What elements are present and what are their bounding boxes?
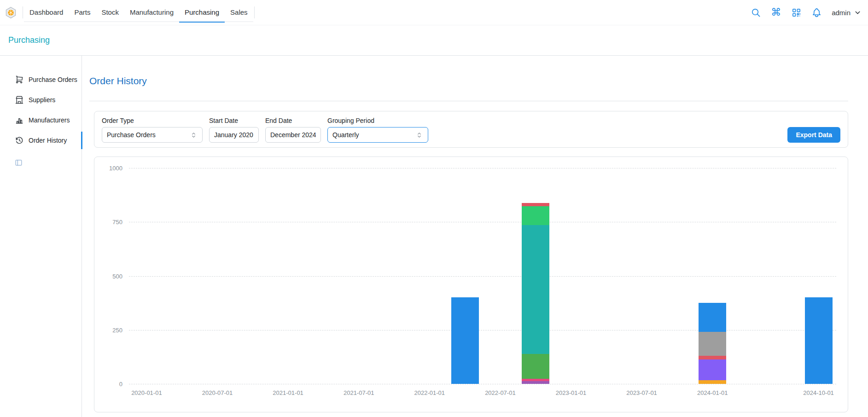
sidebar-item-label: Suppliers	[29, 96, 55, 104]
stacked-bar-2022-10-01[interactable]	[522, 203, 549, 384]
gridline	[129, 222, 836, 222]
sidebar: Purchase OrdersSuppliersManufacturersOrd…	[0, 56, 82, 417]
order-type-value: Purchase Orders	[107, 131, 156, 139]
export-data-button[interactable]: Export Data	[787, 127, 840, 143]
bar-segment	[699, 380, 726, 384]
command-icon[interactable]: ⌘	[768, 5, 784, 20]
bell-icon[interactable]	[809, 5, 824, 20]
y-axis-tick-label: 250	[112, 326, 122, 333]
stacked-bar-2024-10-01[interactable]	[805, 297, 833, 384]
tab-parts[interactable]: Parts	[69, 3, 96, 23]
gridline	[129, 276, 836, 277]
sidebar-item-manufacturers[interactable]: Manufacturers	[0, 110, 82, 130]
sidebar-item-label: Manufacturers	[29, 116, 70, 124]
main-panel: Order History Order Type Purchase Orders…	[82, 56, 868, 417]
main-tabs: DashboardPartsStockManufacturingPurchasi…	[23, 0, 254, 25]
start-date-input[interactable]	[209, 127, 259, 143]
sidebar-item-order-history[interactable]: Order History	[0, 130, 82, 151]
navbar-left: DashboardPartsStockManufacturingPurchasi…	[5, 0, 255, 25]
page-title: Order History	[89, 75, 848, 87]
x-axis-tick-label: 2024-01-01	[697, 389, 728, 396]
content: Purchase OrdersSuppliersManufacturersOrd…	[0, 56, 868, 417]
user-menu[interactable]: admin	[832, 9, 862, 17]
gridline	[129, 330, 836, 330]
navbar-right: ⌘ admin	[748, 5, 862, 20]
bar-segment	[699, 356, 726, 359]
x-axis-tick-label: 2023-07-01	[626, 389, 657, 396]
y-axis-tick-label: 1000	[109, 165, 122, 172]
x-axis-tick-label: 2023-01-01	[556, 389, 587, 396]
sidebar-item-suppliers[interactable]: Suppliers	[0, 90, 82, 110]
grouping-period-value: Quarterly	[332, 131, 359, 139]
layout-panel-icon[interactable]	[15, 159, 23, 167]
tab-stock[interactable]: Stock	[96, 3, 124, 23]
bar-segment	[451, 297, 479, 384]
breadcrumb-item-purchasing[interactable]: Purchasing	[8, 35, 50, 45]
x-axis-tick-label: 2022-07-01	[485, 389, 516, 396]
y-axis-tick-label: 500	[112, 272, 122, 279]
bar-segment	[805, 297, 833, 384]
bar-segment	[699, 332, 726, 356]
order-type-field: Order Type Purchase Orders	[102, 117, 203, 143]
shopping-cart-icon	[15, 75, 24, 84]
gridline	[129, 384, 836, 384]
sidebar-item-label: Order History	[29, 137, 67, 144]
tab-manufacturing[interactable]: Manufacturing	[124, 3, 179, 23]
divider	[254, 6, 255, 18]
gridline	[129, 168, 836, 168]
order-history-chart-card: 025050075010002020-01-012020-07-012021-0…	[94, 156, 848, 412]
storefront-icon	[15, 95, 24, 104]
divider	[89, 101, 848, 101]
y-axis-tick-label: 0	[119, 381, 122, 388]
tab-sales[interactable]: Sales	[225, 3, 253, 23]
x-axis-tick-label: 2021-07-01	[344, 389, 374, 396]
order-history-chart: 025050075010002020-01-012020-07-012021-0…	[129, 168, 836, 384]
search-icon[interactable]	[748, 5, 763, 20]
x-axis-tick-label: 2020-01-01	[131, 389, 162, 396]
stacked-bar-2024-01-01[interactable]	[699, 303, 726, 384]
order-type-label: Order Type	[102, 117, 203, 124]
sidebar-item-purchase-orders[interactable]: Purchase Orders	[0, 70, 82, 90]
qrcode-icon[interactable]	[788, 5, 804, 20]
tab-dashboard[interactable]: Dashboard	[24, 3, 69, 23]
bar-segment	[522, 381, 549, 384]
app-logo[interactable]	[5, 6, 17, 19]
x-axis-tick-label: 2022-01-01	[414, 389, 445, 396]
x-axis-tick-label: 2024-10-01	[803, 389, 834, 396]
bar-segment	[699, 303, 726, 331]
tab-purchasing[interactable]: Purchasing	[179, 3, 225, 23]
bar-segment	[699, 359, 726, 380]
history-icon	[15, 136, 24, 145]
grouping-period-field: Grouping Period Quarterly	[327, 117, 428, 143]
manufacturers-chart-icon	[15, 116, 24, 125]
selector-icon	[415, 131, 423, 139]
chevron-down-icon	[854, 9, 862, 17]
breadcrumb: Purchasing	[0, 25, 868, 56]
end-date-field: End Date	[265, 117, 321, 143]
stacked-bar-2022-04-01[interactable]	[451, 297, 479, 384]
navbar-icons: ⌘	[748, 5, 824, 20]
grouping-period-label: Grouping Period	[327, 117, 428, 124]
order-type-select[interactable]: Purchase Orders	[102, 127, 203, 143]
grouping-period-select[interactable]: Quarterly	[327, 127, 428, 143]
start-date-field: Start Date	[209, 117, 259, 143]
end-date-label: End Date	[265, 117, 321, 124]
start-date-label: Start Date	[209, 117, 259, 124]
y-axis-tick-label: 750	[112, 219, 122, 226]
selector-icon	[190, 131, 198, 139]
filter-panel: Order Type Purchase Orders Start Date En…	[94, 111, 848, 148]
bar-segment	[522, 206, 549, 226]
x-axis-tick-label: 2021-01-01	[273, 389, 303, 396]
sidebar-item-label: Purchase Orders	[29, 76, 77, 83]
bar-segment	[522, 354, 549, 379]
user-name: admin	[832, 9, 851, 17]
top-navbar: DashboardPartsStockManufacturingPurchasi…	[0, 0, 868, 25]
bar-segment	[522, 225, 549, 354]
x-axis-tick-label: 2020-07-01	[202, 389, 233, 396]
end-date-input[interactable]	[265, 127, 321, 143]
